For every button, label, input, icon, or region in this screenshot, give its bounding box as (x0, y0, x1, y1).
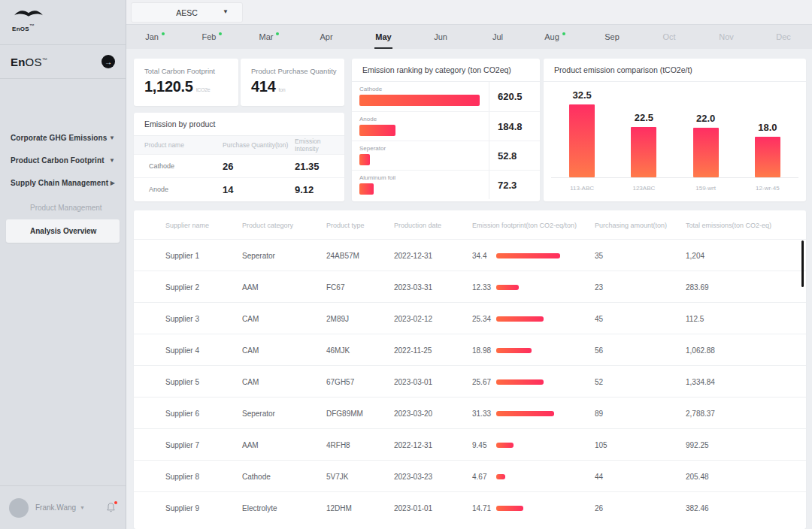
ranking-bar (359, 125, 395, 136)
cell-total-emissions: 992.25 (686, 441, 709, 449)
notification-dot (114, 501, 117, 504)
month-tab-dec[interactable]: Dec (755, 25, 812, 49)
comparison-chart-xlabels: 113-ABC123ABC159-wrt12-wr-45 (551, 178, 798, 192)
cell-product-category: CAM (242, 378, 259, 386)
ranking-value: 620.5 (489, 82, 540, 111)
cell-production-date: 2023-03-20 (394, 410, 432, 418)
table-row: Supplier 9Electrolyte12DHM2023-01-0114.7… (134, 491, 806, 523)
card-title: Emission by product (134, 113, 344, 136)
cell-total-emissions: 2,788.37 (686, 410, 715, 418)
column-header: Total emissions(ton CO2-eq) (686, 222, 771, 229)
emission-by-product-header: Product namePurchase Quantity(ton)Emissi… (134, 136, 344, 154)
cell-purchasing-amount: 52 (595, 378, 603, 386)
sidebar-item-product-carbon-footprint[interactable]: Product Carbon Footprint▼ (0, 149, 126, 171)
arrow-right-icon: → (105, 58, 112, 66)
emission-footprint-bar (496, 443, 514, 448)
emission-footprint-bar (496, 285, 519, 290)
comparison-bar-value: 22.5 (635, 112, 653, 123)
month-tab-oct[interactable]: Oct (641, 25, 698, 49)
comparison-x-label: 113-ABC (552, 178, 612, 192)
user-name[interactable]: Frank.Wang (35, 503, 76, 512)
logo-caption: EnOS™ (12, 23, 126, 32)
comparison-x-label: 123ABC (614, 178, 674, 192)
month-tab-nov[interactable]: Nov (698, 25, 755, 49)
column-header: Production date (394, 222, 441, 229)
comparison-bar (631, 127, 656, 177)
cell-total-emissions: 112.5 (686, 315, 704, 323)
topbar: AESC ▼ (126, 0, 812, 24)
sidebar-submenu: Product ManagementAnalysis Overview (0, 196, 126, 243)
cell-product-category: Seperator (242, 410, 275, 418)
cell-production-date: 2023-03-23 (394, 473, 432, 481)
emission-footprint-bar (496, 316, 544, 322)
cell-product-type: DFG89MM (326, 410, 363, 418)
ranking-row: Cathode620.5 (352, 82, 540, 111)
comparison-chart-plot: 32.522.522.018.0 (551, 82, 798, 178)
emission-intensity: 21.35 (295, 161, 344, 172)
cell-emission-footprint: 14.71 (472, 504, 491, 512)
chevron-down-icon: ▼ (80, 505, 85, 510)
column-header: Supplier name (165, 222, 209, 229)
cell-product-category: CAM (242, 315, 259, 323)
emission-by-product-card: Emission by product Product namePurchase… (134, 113, 344, 201)
month-tab-feb[interactable]: Feb (183, 25, 241, 49)
status-dot-icon (276, 32, 279, 35)
month-tab-jun[interactable]: Jun (412, 25, 469, 49)
stat-title: Product Purchase Quantity (251, 67, 344, 75)
notification-bell-icon[interactable] (106, 502, 117, 513)
month-tab-aug[interactable]: Aug (526, 25, 583, 49)
cell-product-type: 12DHM (326, 504, 352, 512)
purchase-quantity: 14 (223, 184, 295, 195)
month-tab-may[interactable]: May (355, 25, 412, 49)
emission-intensity: 9.12 (295, 184, 344, 195)
table-row: Supplier 7AAM4RFH82022-12-319.45105992.2… (134, 428, 806, 460)
ranking-bar-cell: Aluminum foil (352, 171, 489, 199)
chevron-down-icon: ▼ (223, 8, 229, 15)
cell-emission-footprint: 18.98 (472, 346, 491, 355)
column-header: Emission footprint(ton CO2-eq/ton) (472, 222, 577, 229)
cell-purchasing-amount: 23 (595, 283, 603, 292)
product-name: Cathode (144, 162, 223, 170)
chevron-down-icon: ▼ (109, 135, 115, 141)
cell-total-emissions: 283.69 (686, 283, 709, 292)
cell-product-category: Seperator (242, 252, 275, 260)
month-tab-jul[interactable]: Jul (469, 25, 526, 49)
sidebar-item-corporate-ghg-emissions[interactable]: Corporate GHG Emissions▼ (0, 126, 126, 149)
month-tab-jan[interactable]: Jan (126, 25, 183, 49)
ranking-chart: Cathode620.5Anode184.8Seperator52.8Alumi… (352, 82, 540, 199)
sidebar-collapse-button[interactable]: → (102, 55, 115, 68)
ranking-row: Anode184.8 (352, 111, 540, 141)
vertical-scrollbar[interactable] (801, 240, 804, 287)
cell-supplier-name: Supplier 6 (165, 410, 199, 418)
cell-production-date: 2023-02-12 (394, 315, 432, 323)
month-label: Jun (434, 32, 447, 41)
ranking-row: Seperator52.8 (352, 141, 540, 170)
sidebar-item-label: Supply Chain Management (11, 179, 108, 187)
sidebar-item-supply-chain-management[interactable]: Supply Chain Management▶ (0, 171, 126, 194)
cell-emission-footprint: 25.34 (472, 315, 491, 323)
org-selector-dropdown[interactable]: AESC ▼ (132, 3, 242, 22)
table-row: Supplier 5CAM67GH572023-03-0125.67521,33… (134, 365, 806, 397)
emission-footprint-bar (496, 506, 523, 511)
emission-footprint-bar (496, 348, 532, 353)
table-row: Supplier 6SeperatorDFG89MM2023-03-2031.3… (134, 397, 806, 428)
avatar[interactable] (9, 498, 29, 518)
cell-product-type: FC67 (326, 283, 344, 292)
sidebar-subitem-product-management[interactable]: Product Management (0, 196, 126, 219)
product-name: Anode (144, 186, 223, 193)
stat-title: Total Carbon Footprint (144, 67, 238, 75)
cell-product-category: CAM (242, 346, 259, 355)
stat-card-total-footprint: Total Carbon Footprint 1,120.5tCO2e (134, 59, 238, 106)
ranking-row: Aluminum foil72.3 (352, 170, 540, 199)
month-tab-sep[interactable]: Sep (583, 25, 641, 49)
cell-product-type: 67GH57 (326, 378, 354, 386)
comparison-bar-column: 18.0 (738, 122, 798, 177)
month-tab-mar[interactable]: Mar (241, 25, 298, 49)
cell-supplier-name: Supplier 9 (165, 504, 199, 512)
sidebar-subitem-analysis-overview[interactable]: Analysis Overview (6, 219, 120, 243)
status-dot-icon (219, 32, 222, 35)
cell-purchasing-amount: 56 (595, 346, 603, 355)
cell-emission-footprint: 12.33 (472, 283, 491, 292)
month-tab-apr[interactable]: Apr (298, 25, 355, 49)
emission-footprint-bar (496, 411, 554, 416)
